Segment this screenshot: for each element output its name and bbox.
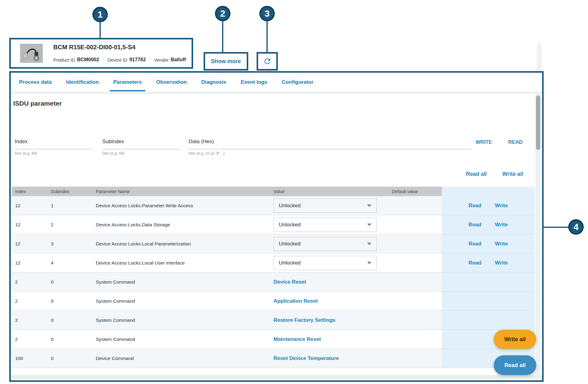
read-all-fab-button[interactable]: Read all (494, 355, 536, 375)
tab-bar-shadow (11, 91, 542, 94)
index-field-hint: Dec (e.g. 64) (15, 151, 93, 156)
callout-3: 3 (259, 6, 275, 21)
device-title: BCM R15E-002-DI00-01,5-S4 (53, 44, 136, 51)
subindex-field-label: Subindex (102, 139, 180, 145)
table-header-row: Index Subindex Parameter Name Value Defa… (12, 187, 535, 196)
cell-default-value (388, 330, 442, 349)
command-link-restore-factory-settings[interactable]: Restore Factory Settings (274, 317, 335, 323)
callout-4: 4 (568, 219, 584, 235)
show-more-button[interactable]: Show more (211, 58, 241, 65)
cell-parameter-name: Device Access Locks.Parameter Write Acce… (91, 196, 271, 215)
show-more-box: Show more (204, 52, 248, 71)
vendor-value: Balluff (171, 57, 186, 63)
cell-index: 2 (12, 273, 46, 291)
panel-scrollbar-thumb[interactable] (536, 95, 540, 150)
value-dropdown[interactable]: Unlocked (274, 237, 377, 251)
chevron-down-icon (367, 262, 371, 264)
row-read-button[interactable]: Read (468, 222, 481, 228)
data-hex-field-label: Data (Hex) (189, 139, 471, 145)
cell-parameter-name: System Command (91, 292, 271, 310)
cell-subindex: 0 (46, 292, 91, 310)
main-panel: Process data Identification Parameters O… (9, 71, 544, 382)
device-id-label: Device ID (107, 57, 128, 63)
row-read-button[interactable]: Read (468, 203, 481, 209)
cell-default-value (388, 292, 442, 310)
cell-subindex: 2 (46, 215, 91, 234)
device-id-value: 917762 (129, 57, 146, 63)
tab-event-logs[interactable]: Event logs (241, 73, 267, 91)
cell-parameter-name: Device Command (91, 349, 271, 368)
write-all-fab-button[interactable]: Write all (494, 330, 536, 349)
write-all-link[interactable]: Write all (502, 171, 523, 177)
value-dropdown[interactable]: Unlocked (274, 199, 377, 213)
subindex-field-hint: Dec (e.g. 64) (102, 151, 180, 156)
command-link-reset-device-temperature[interactable]: Reset Device Temperature (274, 355, 339, 362)
data-hex-input[interactable] (189, 149, 471, 149)
value-dropdown[interactable]: Unlocked (274, 218, 377, 232)
tab-diagnosis[interactable]: Diagnosis (201, 73, 226, 91)
tab-configurator[interactable]: Configurator (282, 73, 314, 91)
cell-index: 2 (12, 330, 46, 349)
tab-observation[interactable]: Observation (156, 73, 187, 91)
product-id-value: BCM0002 (77, 57, 99, 63)
table-row: 12 4 Device Access Locks.Local User Inte… (12, 253, 535, 273)
cell-default-value (388, 215, 442, 234)
row-read-button[interactable]: Read (468, 241, 481, 247)
callout-2-number: 2 (220, 8, 225, 19)
tab-process-data[interactable]: Process data (19, 73, 52, 91)
index-input[interactable] (15, 149, 93, 149)
cell-default-value (388, 234, 442, 253)
row-write-button[interactable]: Write (495, 241, 508, 247)
cell-index: 100 (12, 349, 46, 368)
callout-2: 2 (215, 6, 230, 21)
dropdown-value: Unlocked (279, 203, 301, 209)
refresh-box (257, 52, 278, 71)
command-link-device-reset[interactable]: Device Reset (274, 279, 306, 285)
table-row: 12 3 Device Access Locks.Local Parameter… (12, 234, 535, 253)
row-write-button[interactable]: Write (495, 222, 508, 228)
cell-subindex: 0 (46, 330, 91, 349)
callout-1: 1 (92, 7, 108, 22)
cell-parameter-name: Device Access Locks.Local User Interface (91, 253, 271, 272)
device-photo (20, 44, 43, 63)
cell-parameter-name: System Command (91, 273, 271, 291)
cell-index: 2 (12, 292, 46, 310)
row-write-button[interactable]: Write (495, 260, 508, 266)
command-link-application-reset[interactable]: Application Reset (274, 298, 318, 304)
callout-1-number: 1 (98, 9, 103, 20)
cell-default-value (388, 273, 442, 291)
subindex-field-group: Subindex Dec (e.g. 64) (102, 139, 180, 156)
subindex-input[interactable] (102, 149, 180, 149)
page-scrollbar-track[interactable] (537, 43, 541, 71)
value-dropdown[interactable]: Unlocked (274, 256, 377, 270)
tab-identification[interactable]: Identification (66, 73, 99, 91)
cell-subindex: 0 (46, 349, 91, 368)
callout-4-number: 4 (574, 222, 579, 232)
table-row: 12 1 Device Access Locks.Parameter Write… (12, 196, 535, 215)
callout-4-line (543, 227, 568, 228)
isdu-parameter-heading: ISDU parameter (13, 100, 62, 107)
horizontal-scrollbar-track[interactable] (11, 375, 542, 379)
product-id: Product ID BCM0002 (53, 57, 99, 63)
cell-index: 12 (12, 196, 46, 215)
command-link-maintenance-reset[interactable]: Maintenance Reset (274, 336, 321, 342)
column-header-value: Value (271, 187, 388, 196)
callout-3-number: 3 (265, 8, 270, 19)
table-row: 2 0 System Command Application Reset (12, 292, 535, 311)
callout-2-line (222, 21, 223, 52)
table-row: 12 2 Device Access Locks.Data Storage Un… (12, 215, 535, 234)
row-write-button[interactable]: Write (495, 203, 508, 209)
refresh-icon[interactable] (263, 57, 272, 66)
column-header-index: Index (12, 187, 46, 196)
tab-bar: Process data Identification Parameters O… (11, 73, 542, 91)
divider (103, 56, 103, 63)
index-field-label: Index (15, 139, 93, 145)
row-read-button[interactable]: Read (468, 260, 481, 266)
index-field-group: Index Dec (e.g. 64) (15, 139, 93, 156)
read-all-link[interactable]: Read all (466, 171, 487, 177)
write-button[interactable]: WRITE (476, 139, 492, 145)
read-button[interactable]: READ (508, 139, 523, 145)
app-window: 1 2 3 4 BCM R15E-002-DI00-01,5-S4 Produc… (0, 0, 588, 384)
table-row: 2 0 System Command Restore Factory Setti… (12, 311, 535, 330)
tab-parameters[interactable]: Parameters (113, 73, 142, 91)
